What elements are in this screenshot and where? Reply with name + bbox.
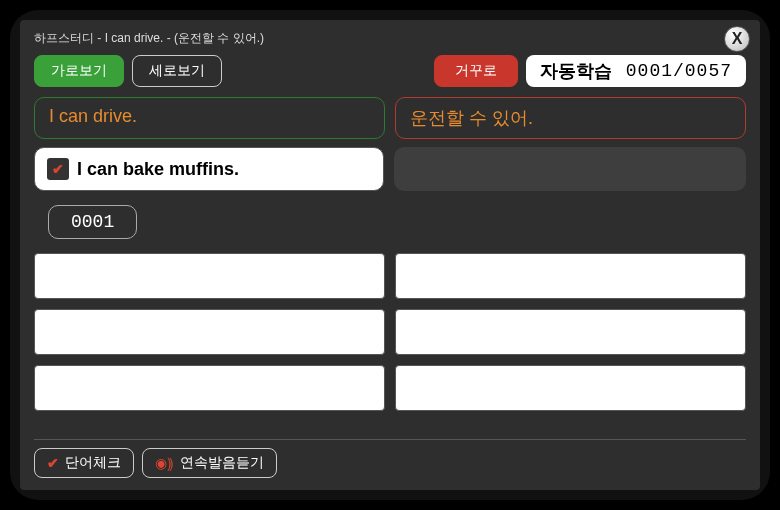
current-sentence-cell[interactable]: ✔ I can bake muffins. — [34, 147, 384, 191]
app-screen: X 하프스터디 - I can drive. - (운전할 수 있어.) 가로보… — [20, 20, 760, 490]
answer-slot[interactable] — [34, 309, 385, 355]
reverse-button[interactable]: 거꾸로 — [434, 55, 518, 87]
check-icon: ✔ — [47, 455, 59, 471]
english-header-cell[interactable]: I can drive. — [34, 97, 385, 139]
answer-slot[interactable] — [34, 253, 385, 299]
korean-header-cell[interactable]: 운전할 수 있어. — [395, 97, 746, 139]
sound-icon: ◉⸩ — [155, 455, 174, 472]
vertical-view-button[interactable]: 세로보기 — [132, 55, 222, 87]
auto-learn-panel[interactable]: 자동학습 0001/0057 — [526, 55, 746, 87]
current-translation-cell[interactable] — [394, 147, 746, 191]
word-check-label: 단어체크 — [65, 454, 121, 472]
auto-learn-label: 자동학습 — [540, 59, 612, 83]
horizontal-view-button[interactable]: 가로보기 — [34, 55, 124, 87]
answer-slot[interactable] — [395, 365, 746, 411]
close-button[interactable]: X — [724, 26, 750, 52]
window-title: 하프스터디 - I can drive. - (운전할 수 있어.) — [34, 30, 746, 47]
toolbar: 가로보기 세로보기 거꾸로 자동학습 0001/0057 — [34, 55, 746, 87]
answer-slot[interactable] — [395, 253, 746, 299]
close-icon: X — [732, 30, 743, 48]
footer-bar: ✔ 단어체크 ◉⸩ 연속발음듣기 — [34, 439, 746, 478]
continuous-audio-button[interactable]: ◉⸩ 연속발음듣기 — [142, 448, 277, 478]
tablet-frame: X 하프스터디 - I can drive. - (운전할 수 있어.) 가로보… — [10, 10, 770, 500]
answer-slot[interactable] — [395, 309, 746, 355]
continuous-audio-label: 연속발음듣기 — [180, 454, 264, 472]
number-row: 0001 — [34, 205, 746, 239]
current-row: ✔ I can bake muffins. — [34, 147, 746, 191]
word-check-button[interactable]: ✔ 단어체크 — [34, 448, 134, 478]
checkbox-icon[interactable]: ✔ — [47, 158, 69, 180]
sentence-number-badge: 0001 — [48, 205, 137, 239]
current-sentence-text: I can bake muffins. — [77, 159, 239, 180]
answer-slot[interactable] — [34, 365, 385, 411]
header-row: I can drive. 운전할 수 있어. — [34, 97, 746, 139]
answer-grid — [34, 253, 746, 411]
auto-learn-counter: 0001/0057 — [626, 61, 732, 81]
